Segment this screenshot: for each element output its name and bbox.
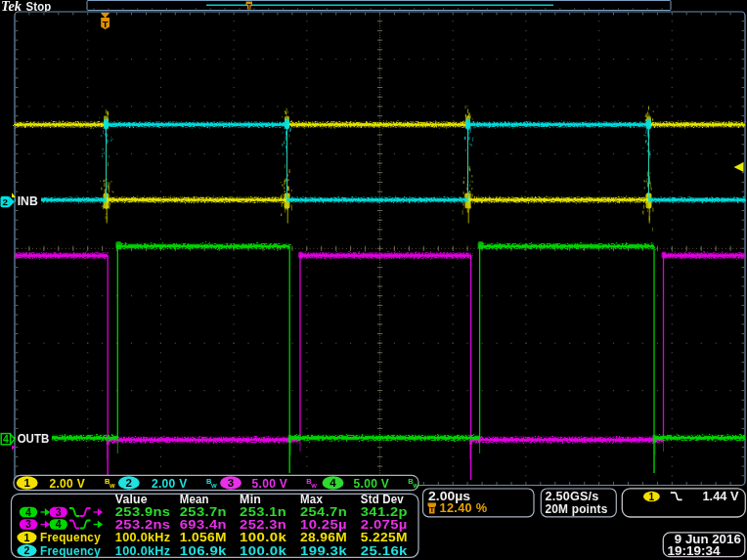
svg-text:100.0kHz: 100.0kHz	[115, 544, 171, 558]
svg-text:12.40 %: 12.40 %	[440, 501, 488, 515]
svg-text:Frequency: Frequency	[40, 544, 101, 558]
svg-text:1.44 V: 1.44 V	[703, 490, 740, 503]
svg-text:Max: Max	[300, 493, 323, 506]
svg-text:100.0k: 100.0k	[240, 531, 286, 544]
svg-text:3: 3	[56, 506, 62, 518]
svg-text:199.3k: 199.3k	[300, 544, 347, 558]
svg-text:Value: Value	[115, 493, 148, 506]
svg-text:10.25µ: 10.25µ	[300, 518, 347, 532]
svg-text:4: 4	[25, 506, 31, 518]
svg-text:4: 4	[3, 433, 9, 445]
svg-text:Frequency: Frequency	[40, 531, 101, 544]
svg-text:W: W	[413, 483, 418, 489]
svg-text:T: T	[429, 505, 434, 514]
svg-text:T: T	[103, 19, 109, 29]
svg-text:5.225M: 5.225M	[361, 531, 408, 544]
svg-text:W: W	[110, 483, 115, 489]
svg-text:2.075µ: 2.075µ	[361, 518, 408, 532]
svg-text:Std Dev: Std Dev	[361, 493, 404, 506]
svg-text:2: 2	[3, 196, 9, 207]
svg-text:19:19:34: 19:19:34	[667, 544, 720, 558]
svg-text:W: W	[211, 483, 217, 489]
svg-text:100.0k: 100.0k	[240, 544, 286, 558]
svg-text:106.9k: 106.9k	[180, 544, 227, 558]
svg-text:Mean: Mean	[180, 493, 209, 506]
svg-text:3: 3	[228, 477, 234, 489]
svg-text:W: W	[311, 483, 317, 489]
svg-text:252.3n: 252.3n	[240, 518, 286, 532]
svg-text:2.00 V: 2.00 V	[50, 477, 86, 491]
svg-text:25.16k: 25.16k	[361, 544, 408, 558]
svg-text:693.4n: 693.4n	[180, 518, 227, 532]
svg-text:Min: Min	[240, 493, 261, 506]
svg-text:5.00 V: 5.00 V	[252, 477, 288, 491]
svg-text:1: 1	[24, 532, 30, 543]
svg-text:2: 2	[126, 477, 132, 489]
svg-text:T: T	[247, 3, 252, 10]
svg-text:100.0kHz: 100.0kHz	[115, 531, 171, 544]
svg-text:OUTB: OUTB	[18, 432, 50, 446]
svg-text:253.2ns: 253.2ns	[115, 518, 171, 532]
svg-text:2: 2	[24, 544, 30, 556]
svg-text:1: 1	[23, 477, 30, 489]
svg-text:1: 1	[649, 492, 655, 502]
svg-text:3: 3	[25, 518, 31, 530]
svg-text:28.96M: 28.96M	[300, 531, 347, 544]
svg-text:1.056M: 1.056M	[180, 531, 227, 544]
svg-text:4: 4	[330, 477, 336, 489]
svg-text:2.00 V: 2.00 V	[152, 477, 188, 491]
svg-text:INB: INB	[18, 194, 38, 208]
svg-text:4: 4	[56, 518, 62, 530]
svg-text:20M points: 20M points	[546, 502, 608, 516]
svg-text:5.00 V: 5.00 V	[354, 477, 390, 491]
svg-text:2.50GS/s: 2.50GS/s	[546, 490, 599, 503]
